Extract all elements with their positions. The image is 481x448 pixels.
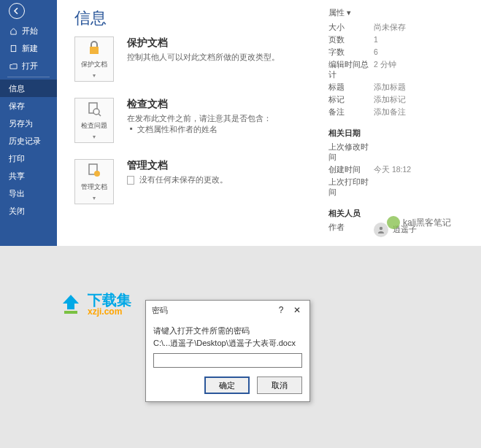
nav-label: 关闭	[9, 206, 25, 217]
svg-point-7	[380, 227, 382, 230]
svg-rect-0	[11, 45, 15, 51]
nav-open[interactable]: 打开	[0, 57, 57, 74]
nav-label: 新建	[22, 43, 38, 54]
nav-share[interactable]: 共享	[0, 167, 57, 185]
nav-label: 历史记录	[9, 136, 41, 147]
prop-key: 标记	[328, 95, 374, 105]
back-arrow-icon	[9, 3, 25, 19]
tile-label: 检查问题	[81, 121, 107, 131]
dates-table: 上次修改时间 创建时间今天 18:12 上次打印时间	[328, 142, 471, 198]
doc-icon	[9, 45, 18, 53]
prop-key: 大小	[328, 23, 374, 33]
manage-doc-block: 管理文档 ▾ 管理文档 没有任何未保存的更改。	[74, 159, 328, 204]
dialog-filepath: C:\...逍遥子\Desktop\逍遥子大表哥.docx	[153, 338, 302, 349]
nav-saveas[interactable]: 另存为	[0, 115, 57, 132]
nav-info[interactable]: 信息	[0, 80, 57, 97]
prop-val[interactable]: 添加备注	[374, 107, 471, 117]
wechat-icon	[387, 216, 400, 229]
inspect-doc-tile[interactable]: 检查问题 ▾	[74, 98, 114, 143]
logo-text-2: xzji.com	[88, 307, 131, 316]
prop-val: 6	[374, 47, 471, 58]
protect-doc-tile[interactable]: 保护文档 ▾	[74, 36, 114, 82]
main-pane: 信息 保护文档 ▾ 保护文档 控制其他人可以对此文档所做的更改类型。 检查问题 …	[57, 0, 481, 246]
nav-label: 保存	[9, 101, 25, 112]
back-button[interactable]	[0, 0, 57, 22]
nav-home[interactable]: 开始	[0, 22, 57, 39]
help-button[interactable]: ?	[273, 303, 289, 317]
prop-val	[374, 177, 471, 198]
password-input[interactable]	[153, 353, 302, 368]
svg-marker-8	[63, 295, 79, 309]
svg-point-6	[94, 171, 100, 177]
prop-key: 上次修改时间	[328, 142, 374, 163]
block-bullet: 文档属性和作者的姓名	[127, 125, 272, 135]
nav-new[interactable]: 新建	[0, 39, 57, 57]
chevron-down-icon: ▾	[93, 72, 96, 79]
related-dates-header: 相关日期	[328, 128, 471, 139]
dialog-titlebar: 密码 ? ✕	[146, 301, 309, 320]
avatar-icon	[374, 223, 388, 237]
chevron-down-icon: ▾	[93, 134, 96, 140]
block-heading: 保护文档	[127, 36, 280, 50]
prop-key: 字数	[328, 47, 374, 58]
nav-print[interactable]: 打印	[0, 150, 57, 167]
svg-rect-1	[90, 47, 99, 54]
divider	[7, 77, 50, 77]
download-arrow-icon	[58, 292, 83, 317]
prop-key: 编辑时间总计	[328, 60, 374, 80]
close-button[interactable]: ✕	[289, 303, 305, 317]
block-heading: 检查文档	[127, 98, 272, 111]
prop-val[interactable]: 添加标记	[374, 95, 471, 105]
tile-label: 保护文档	[81, 60, 107, 69]
doc-icon	[127, 176, 134, 185]
svg-point-3	[93, 109, 99, 115]
properties-table: 大小尚未保存 页数1 字数6 编辑时间总计2 分钟 标题添加标题 标记添加标记 …	[328, 23, 471, 117]
block-desc: 在发布此文件之前，请注意其是否包含：	[127, 113, 272, 125]
home-icon	[9, 27, 18, 35]
logo-text-1: 下载集	[88, 293, 131, 307]
nav-label: 另存为	[9, 118, 33, 129]
tile-label: 管理文档	[81, 182, 107, 192]
properties-header[interactable]: 属性 ▾	[328, 7, 471, 18]
nav-close[interactable]: 关闭	[0, 202, 57, 220]
prop-val: 今天 18:12	[374, 165, 471, 175]
author-label: 作者	[328, 223, 374, 237]
prop-key: 备注	[328, 107, 374, 117]
page-title: 信息	[74, 7, 328, 29]
prop-val: 1	[374, 35, 471, 45]
nav-label: 打开	[22, 61, 38, 72]
watermark: kali黑客笔记	[387, 216, 451, 229]
dialog-title: 密码	[152, 305, 273, 316]
manage-doc-tile[interactable]: 管理文档 ▾	[74, 159, 114, 204]
xzji-logo: 下载集 xzji.com	[58, 292, 131, 317]
prop-key: 标题	[328, 82, 374, 93]
manage-icon	[85, 162, 103, 179]
properties-panel: 属性 ▾ 大小尚未保存 页数1 字数6 编辑时间总计2 分钟 标题添加标题 标记…	[328, 7, 471, 246]
folder-open-icon	[9, 62, 18, 70]
block-desc: 没有任何未保存的更改。	[127, 174, 228, 186]
prop-key: 页数	[328, 35, 374, 45]
svg-line-4	[99, 114, 101, 116]
nav-label: 开始	[22, 26, 38, 36]
block-heading: 管理文档	[127, 159, 228, 172]
nav-export[interactable]: 导出	[0, 185, 57, 202]
prop-key: 创建时间	[328, 165, 374, 175]
sidebar: 开始 新建 打开 信息 保存 另存为 历史记录 打印 共享 导出 关闭	[0, 0, 57, 246]
chevron-down-icon: ▾	[93, 195, 96, 201]
nav-label: 共享	[9, 171, 25, 182]
dialog-message: 请键入打开文件所需的密码	[153, 325, 302, 336]
cancel-button[interactable]: 取消	[257, 376, 302, 394]
prop-val	[374, 142, 471, 163]
prop-key: 上次打印时间	[328, 177, 374, 198]
password-dialog: 密码 ? ✕ 请键入打开文件所需的密码 C:\...逍遥子\Desktop\逍遥…	[145, 300, 310, 402]
prop-val: 2 分钟	[374, 60, 471, 80]
nav-label: 信息	[9, 83, 25, 94]
svg-rect-9	[64, 311, 77, 314]
ok-button[interactable]: 确定	[204, 376, 250, 394]
prop-val[interactable]: 添加标题	[374, 82, 471, 93]
inspect-icon	[85, 101, 103, 118]
prop-val: 尚未保存	[374, 23, 471, 33]
inspect-doc-block: 检查问题 ▾ 检查文档 在发布此文件之前，请注意其是否包含： 文档属性和作者的姓…	[74, 98, 328, 143]
nav-history[interactable]: 历史记录	[0, 132, 57, 150]
nav-save[interactable]: 保存	[0, 97, 57, 115]
